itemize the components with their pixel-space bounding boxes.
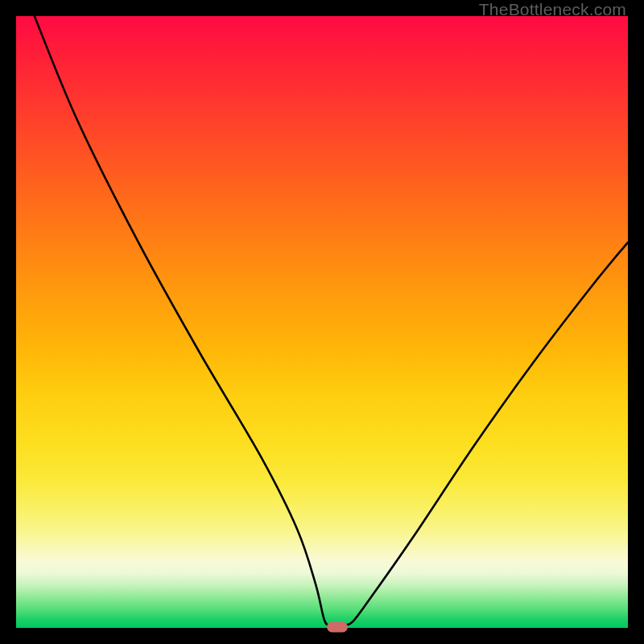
bottleneck-curve [16, 16, 628, 628]
optimum-marker [327, 622, 348, 633]
chart-frame: TheBottleneck.com [0, 0, 644, 644]
plot-area [16, 16, 628, 628]
watermark-text: TheBottleneck.com [479, 0, 626, 19]
